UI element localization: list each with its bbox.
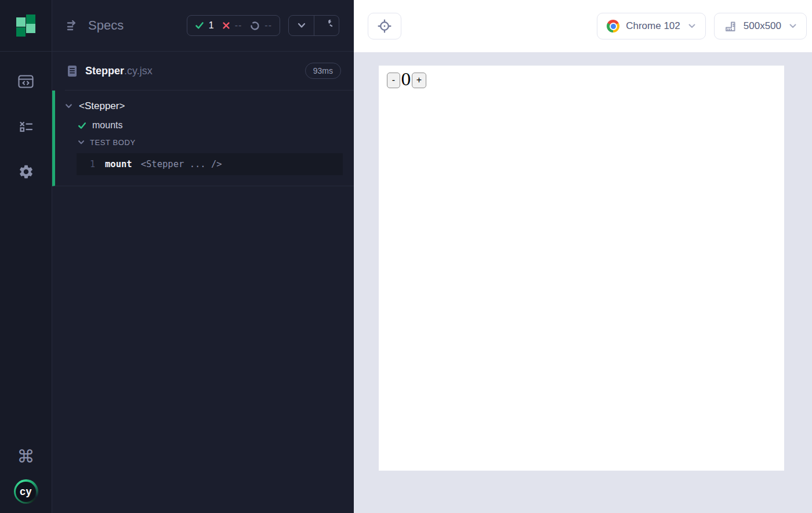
check-icon	[78, 121, 86, 130]
selector-playground-button[interactable]	[368, 13, 401, 39]
refresh-icon	[321, 20, 332, 31]
test-row[interactable]: mounts	[55, 115, 354, 135]
reporter-panel: Specs 1	[52, 0, 354, 513]
reporter-header: Specs 1	[52, 0, 354, 52]
cypress-grid-logo-icon[interactable]	[16, 15, 35, 37]
command-method: mount	[105, 159, 132, 169]
viewport-size-dropdown[interactable]: 500x500	[714, 13, 807, 39]
increment-button[interactable]: +	[412, 73, 426, 88]
sidebar-item-specs[interactable]	[17, 73, 35, 89]
ruler-icon	[724, 20, 737, 33]
aut-stage: - 0 +	[354, 52, 812, 513]
cypress-cy-logo[interactable]: cy	[14, 479, 38, 504]
logo-square	[26, 15, 35, 24]
nav-rail: ⌘ cy	[0, 0, 52, 513]
logo-square	[16, 17, 26, 27]
browser-select-dropdown[interactable]: Chrome 102	[597, 13, 706, 39]
suite-block: <Stepper> mounts TEST BODY 1	[52, 91, 354, 186]
chevron-down-icon	[688, 23, 696, 29]
pending-count: --	[264, 20, 272, 31]
chevron-down-icon	[78, 140, 85, 145]
browser-label: Chrome 102	[626, 20, 680, 32]
command-log-row[interactable]: 1 mount <Stepper ... />	[77, 153, 343, 175]
spec-duration-badge: 93ms	[305, 63, 341, 79]
nav-rail-header	[0, 0, 52, 52]
spec-extension: .cy.jsx	[124, 65, 153, 77]
crosshair-icon	[377, 19, 392, 34]
chevron-down-icon	[789, 23, 797, 29]
aut-toolbar: Chrome 102	[354, 0, 812, 52]
sidebar-item-runs[interactable]	[17, 118, 35, 135]
command-line-number: 1	[77, 159, 95, 169]
reporter-title: Specs	[88, 18, 124, 33]
test-list-icon	[19, 121, 33, 132]
specs-list-arrow-icon[interactable]	[67, 20, 80, 31]
suite-title: <Stepper>	[79, 100, 125, 112]
reporter-controls	[288, 15, 339, 36]
keyboard-shortcuts-icon[interactable]: ⌘	[17, 448, 35, 465]
x-icon	[222, 21, 230, 30]
logo-square	[16, 27, 26, 37]
stat-passed: 1	[195, 20, 214, 31]
command-message: <Stepper ... />	[141, 159, 222, 169]
chrome-icon	[607, 20, 619, 32]
test-body-section-row[interactable]: TEST BODY	[55, 135, 354, 152]
suite-row[interactable]: <Stepper>	[55, 96, 354, 115]
cypress-app-window: ⌘ cy Specs	[0, 0, 812, 513]
test-title: mounts	[92, 120, 122, 131]
logo-square	[26, 24, 35, 33]
chevron-down-icon	[65, 103, 72, 109]
failed-count: --	[235, 20, 242, 31]
test-body-label: TEST BODY	[90, 138, 136, 147]
spec-name: Stepper	[85, 65, 124, 77]
aut-panel: Chrome 102	[354, 0, 812, 513]
stepper-component: - 0 +	[379, 66, 784, 88]
spec-file-icon	[67, 65, 78, 77]
stat-failed: --	[222, 20, 242, 31]
check-icon	[195, 21, 204, 30]
cy-logo-text: cy	[16, 482, 36, 502]
code-editor-icon	[18, 75, 34, 88]
pending-circle-icon	[250, 21, 260, 31]
viewport-label: 500x500	[744, 20, 781, 32]
test-stats[interactable]: 1 --	[187, 15, 280, 36]
chevron-down-icon	[297, 22, 306, 29]
decrement-button[interactable]: -	[387, 73, 400, 88]
stepper-count: 0	[401, 72, 411, 88]
collapse-all-button[interactable]	[289, 16, 314, 35]
nav-rail-items	[17, 73, 35, 180]
passed-count: 1	[209, 20, 214, 31]
stat-pending: --	[250, 20, 272, 31]
rerun-tests-button[interactable]	[314, 16, 339, 35]
gear-icon	[18, 164, 34, 180]
aut-iframe: - 0 +	[379, 66, 784, 471]
sidebar-item-settings[interactable]	[17, 164, 35, 180]
spec-file-row[interactable]: Stepper.cy.jsx 93ms	[52, 52, 354, 90]
